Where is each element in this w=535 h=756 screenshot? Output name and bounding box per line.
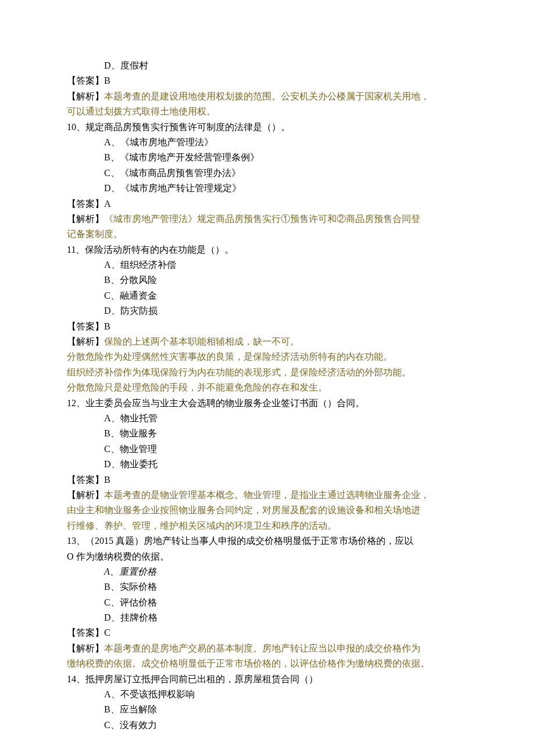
q10-explanation-line1: 【解析】《城市房地产管理法》规定商品房预售实行①预售许可和②商品房预售合同登 bbox=[67, 212, 468, 227]
q11-option-b: B、分散风险 bbox=[67, 273, 468, 288]
explanation-text: 本题考查的是房地产交易的基本制度。房地产转让应当以申报的成交价格作为 bbox=[104, 643, 420, 653]
q12-explanation-line2: 由业主和物业服务企业按照物业服务合同约定，对房屋及配套的设施设备和相关场地进 bbox=[67, 503, 468, 518]
q11-explanation-line1: 【解析】保险的上述两个基本职能相辅相成，缺一不可。 bbox=[67, 334, 468, 349]
q11-explanation-line3: 组织经济补偿作为体现保险行为内在功能的表现形式，是保险经济活动的外部功能。 bbox=[67, 365, 468, 380]
q14-option-b: B、应当解除 bbox=[67, 702, 468, 717]
q11-answer: 【答案】B bbox=[67, 319, 468, 334]
answer-value: B bbox=[104, 475, 110, 485]
answer-label: 【答案】 bbox=[67, 475, 104, 485]
explanation-text: 本题考查的是建设用地使用权划拨的范围。公安机关办公楼属于国家机关用地， bbox=[104, 91, 430, 101]
q10-explanation-line2: 记备案制度。 bbox=[67, 227, 468, 242]
q13-option-c: C、评估价格 bbox=[67, 595, 468, 610]
q9-option-d: D、度假村 bbox=[67, 58, 468, 73]
q13-stem-line2: O 作为缴纳税费的依据。 bbox=[67, 549, 468, 564]
answer-value: A bbox=[104, 199, 111, 209]
q11-explanation-line2: 分散危险作为处理偶然性灾害事故的良策，是保险经济活动所特有的内在功能。 bbox=[67, 349, 468, 364]
q13-option-a: A、重置价格 bbox=[67, 564, 468, 579]
q12-option-c: C、物业管理 bbox=[67, 442, 468, 457]
q13-answer: 【答案】C bbox=[67, 625, 468, 640]
q11-option-a: A、组织经济补偿 bbox=[67, 257, 468, 273]
q12-option-a: A、物业托管 bbox=[67, 411, 468, 426]
answer-label: 【答案】 bbox=[67, 321, 104, 331]
q11-option-c: C、融通资金 bbox=[67, 288, 468, 303]
answer-value: B bbox=[104, 321, 110, 331]
answer-label: 【答案】 bbox=[67, 76, 104, 85]
explanation-label: 【解析】 bbox=[67, 91, 104, 101]
q10-option-b: B、《城市房地产开发经营管理条例》 bbox=[67, 150, 468, 165]
q10-stem: 10、规定商品房预售实行预售许可制度的法律是（）。 bbox=[67, 120, 468, 135]
answer-label: 【答案】 bbox=[67, 628, 104, 637]
q12-option-b: B、物业服务 bbox=[67, 426, 468, 441]
q13-stem-line1: 13、（2015 真题）房地产转让当事人申报的成交价格明显低于正常市场价格的，应… bbox=[67, 533, 468, 549]
q11-explanation-line4: 分散危险只是处理危险的手段，并不能避免危险的存在和发生。 bbox=[67, 380, 468, 395]
q12-answer: 【答案】B bbox=[67, 472, 468, 488]
q13-option-d: D、挂牌价格 bbox=[67, 610, 468, 625]
q12-stem: 12、业主委员会应当与业主大会选聘的物业服务企业签订书面（）合同。 bbox=[67, 396, 468, 411]
q10-option-a: A、《城市房地产管理法》 bbox=[67, 135, 468, 150]
q13-explanation-line1: 【解析】本题考查的是房地产交易的基本制度。房地产转让应当以申报的成交价格作为 bbox=[67, 641, 468, 656]
document-page: D、度假村 【答案】B 【解析】本题考查的是建设用地使用权划拨的范围。公安机关办… bbox=[0, 0, 535, 756]
q13-explanation-line2: 缴纳税费的依据。成交价格明显低于正常市场价格的，以评估价格作为缴纳税费的依据。 bbox=[67, 656, 468, 671]
q14-option-c: C、没有效力 bbox=[67, 718, 468, 733]
answer-value: B bbox=[104, 76, 110, 85]
q12-option-d: D、物业委托 bbox=[67, 457, 468, 472]
q10-option-c: C、《城市商品房预售管理办法》 bbox=[67, 166, 468, 181]
explanation-label: 【解析】 bbox=[67, 643, 104, 653]
q9-explanation-line1: 【解析】本题考查的是建设用地使用权划拨的范围。公安机关办公楼属于国家机关用地， bbox=[67, 89, 468, 104]
explanation-text: 本题考查的是物业管理基本概念。物业管理，是指业主通过选聘物业服务企业， bbox=[104, 490, 430, 500]
explanation-label: 【解析】 bbox=[67, 490, 104, 500]
q13-option-b: B、实际价格 bbox=[67, 579, 468, 594]
q10-option-d: D、《城市房地产转让管理规定》 bbox=[67, 181, 468, 196]
q10-answer: 【答案】A bbox=[67, 196, 468, 212]
q12-explanation-line1: 【解析】本题考查的是物业管理基本概念。物业管理，是指业主通过选聘物业服务企业， bbox=[67, 488, 468, 503]
q12-explanation-line3: 行维修、养护、管理，维护相关区域内的环境卫生和秩序的活动。 bbox=[67, 518, 468, 533]
explanation-text: 《城市房地产管理法》规定商品房预售实行①预售许可和②商品房预售合同登 bbox=[104, 214, 420, 224]
q11-stem: 11、保险活动所特有的内在功能是（）。 bbox=[67, 242, 468, 257]
answer-label: 【答案】 bbox=[67, 199, 104, 209]
explanation-text: 保险的上述两个基本职能相辅相成，缺一不可。 bbox=[104, 336, 299, 346]
q9-answer: 【答案】B bbox=[67, 73, 468, 88]
q11-option-d: D、防灾防损 bbox=[67, 303, 468, 318]
q14-option-a: A、不受该抵押权影响 bbox=[67, 687, 468, 702]
explanation-label: 【解析】 bbox=[67, 336, 104, 346]
answer-value: C bbox=[104, 628, 110, 637]
q14-stem: 14、抵押房屋订立抵押合同前已出租的，原房屋租赁合同（） bbox=[67, 672, 468, 687]
q9-explanation-line2: 可以通过划拨方式取得土地使用权。 bbox=[67, 104, 468, 119]
explanation-label: 【解析】 bbox=[67, 214, 104, 224]
